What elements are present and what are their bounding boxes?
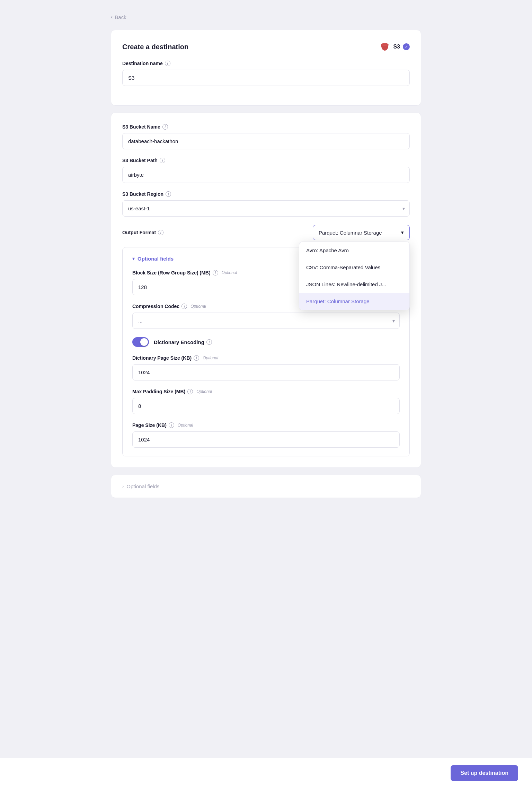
dropdown-item-csv[interactable]: CSV: Comma-Separated Values [299,259,409,276]
toggle-knob [140,338,148,346]
svg-rect-2 [381,45,389,45]
s3-badge: S3 ✓ [379,41,410,52]
s3-bucket-region-info-icon[interactable]: i [166,191,171,197]
card-header: Create a destination S3 ✓ [122,41,410,52]
footer: Set up destination [0,758,532,788]
page-size-info-icon[interactable]: i [169,422,174,428]
max-padding-optional-label: Optional [196,389,212,394]
output-format-row: Output Format i Parquet: Columnar Storag… [122,225,410,240]
create-destination-card: Create a destination S3 ✓ Destination na… [111,30,421,106]
s3-bucket-name-group: S3 Bucket Name i [122,124,410,149]
output-format-dropdown: Avro: Apache Avro CSV: Comma-Separated V… [299,242,410,310]
s3-bucket-name-info-icon[interactable]: i [162,124,168,130]
s3-bucket-region-label: S3 Bucket Region i [122,191,410,197]
max-padding-input[interactable] [132,398,400,414]
destination-name-info-icon[interactable]: i [165,61,170,66]
s3-bucket-region-select-wrapper: us-east-1 us-west-1 us-west-2 eu-west-1 … [122,200,410,217]
dictionary-page-size-label: Dictionary Page Size (KB) i Optional [132,355,400,361]
dropdown-item-parquet[interactable]: Parquet: Columnar Storage [299,293,409,310]
page-size-input[interactable] [132,431,400,448]
outer-optional-fields-section[interactable]: › Optional fields [111,475,421,498]
dictionary-page-size-group: Dictionary Page Size (KB) i Optional [132,355,400,380]
output-format-label: Output Format i [122,230,163,235]
outer-chevron-right-icon: › [122,484,124,489]
dictionary-page-size-info-icon[interactable]: i [194,355,199,361]
outer-optional-fields-label: Optional fields [126,483,159,489]
page-title: Create a destination [122,43,188,51]
s3-bucket-path-info-icon[interactable]: i [160,158,165,163]
s3-bucket-name-input[interactable] [122,133,410,149]
inner-optional-fields-label: Optional fields [138,256,174,262]
max-padding-info-icon[interactable]: i [187,389,193,394]
block-size-info-icon[interactable]: i [213,270,218,275]
verified-icon: ✓ [403,43,410,50]
compression-codec-optional-label: Optional [190,304,206,309]
destination-name-input[interactable] [122,70,410,86]
s3-label: S3 [393,44,400,50]
dropdown-item-jsonl[interactable]: JSON Lines: Newline-delimited J... [299,276,409,293]
output-format-info-icon[interactable]: i [158,230,163,235]
output-format-selected-value: Parquet: Columnar Storage [319,230,382,236]
dictionary-page-size-input[interactable] [132,364,400,380]
back-button[interactable]: ‹ Back [111,14,126,20]
destination-name-label: Destination name i [122,61,410,66]
format-select-wrapper: Parquet: Columnar Storage ▾ Avro: Apache… [313,225,410,240]
dictionary-encoding-info-icon[interactable]: i [206,339,212,345]
output-format-select-button[interactable]: Parquet: Columnar Storage ▾ [313,225,410,240]
compression-codec-input[interactable] [132,313,400,329]
dropdown-item-avro[interactable]: Avro: Apache Avro [299,242,409,259]
dictionary-page-size-optional-label: Optional [203,356,218,360]
s3-config-card: S3 Bucket Name i S3 Bucket Path i S3 Buc… [111,113,421,468]
dictionary-encoding-toggle[interactable] [132,337,149,347]
back-arrow-icon: ‹ [111,14,113,20]
inner-chevron-down-icon: ▾ [132,256,135,261]
max-padding-group: Max Padding Size (MB) i Optional [132,389,400,414]
dictionary-encoding-row: Dictionary Encoding i [132,337,400,347]
compression-codec-info-icon[interactable]: i [181,304,187,309]
s3-bucket-path-group: S3 Bucket Path i [122,158,410,183]
back-label: Back [115,14,126,20]
s3-bucket-path-label: S3 Bucket Path i [122,158,410,163]
compression-codec-select-wrapper: ▾ [132,313,400,329]
s3-bucket-icon [379,41,390,52]
s3-bucket-name-label: S3 Bucket Name i [122,124,410,130]
dictionary-encoding-label: Dictionary Encoding i [154,339,212,345]
s3-bucket-path-input[interactable] [122,167,410,183]
s3-bucket-region-group: S3 Bucket Region i us-east-1 us-west-1 u… [122,191,410,217]
max-padding-label: Max Padding Size (MB) i Optional [132,389,400,394]
page-size-label: Page Size (KB) i Optional [132,422,400,428]
page-size-group: Page Size (KB) i Optional [132,422,400,448]
set-up-destination-button[interactable]: Set up destination [451,765,518,781]
block-size-optional-label: Optional [222,270,237,275]
s3-bucket-region-select[interactable]: us-east-1 us-west-1 us-west-2 eu-west-1 [122,200,410,217]
page-size-optional-label: Optional [178,423,193,428]
output-format-chevron-icon: ▾ [401,229,404,236]
output-format-container: Output Format i Parquet: Columnar Storag… [122,225,410,456]
destination-name-group: Destination name i [122,61,410,86]
